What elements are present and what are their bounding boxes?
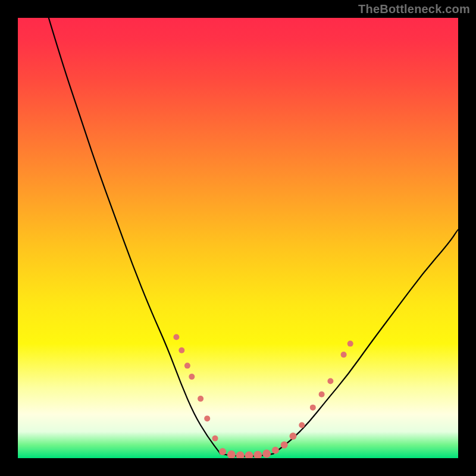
data-marker: [204, 415, 210, 421]
data-marker: [299, 422, 305, 428]
data-marker: [253, 451, 262, 458]
data-marker: [272, 447, 279, 454]
data-marker: [341, 352, 347, 358]
data-marker: [219, 448, 226, 455]
data-marker: [178, 347, 184, 353]
data-marker: [184, 363, 190, 369]
data-marker: [290, 433, 297, 440]
plot-area: [18, 18, 458, 458]
data-marker: [319, 392, 325, 397]
data-marker: [173, 334, 179, 340]
data-marker: [310, 405, 316, 411]
data-marker: [236, 452, 245, 458]
chart-stage: TheBottleneck.com: [0, 0, 476, 476]
data-marker: [189, 374, 195, 380]
data-marker: [262, 450, 271, 458]
watermark-text: TheBottleneck.com: [358, 2, 470, 16]
data-marker: [245, 452, 253, 458]
marker-layer: [18, 18, 458, 458]
data-marker: [212, 436, 218, 441]
data-marker: [227, 450, 236, 458]
data-marker: [281, 441, 288, 449]
data-marker: [327, 378, 333, 384]
data-marker: [347, 341, 353, 347]
data-marker: [198, 396, 203, 402]
